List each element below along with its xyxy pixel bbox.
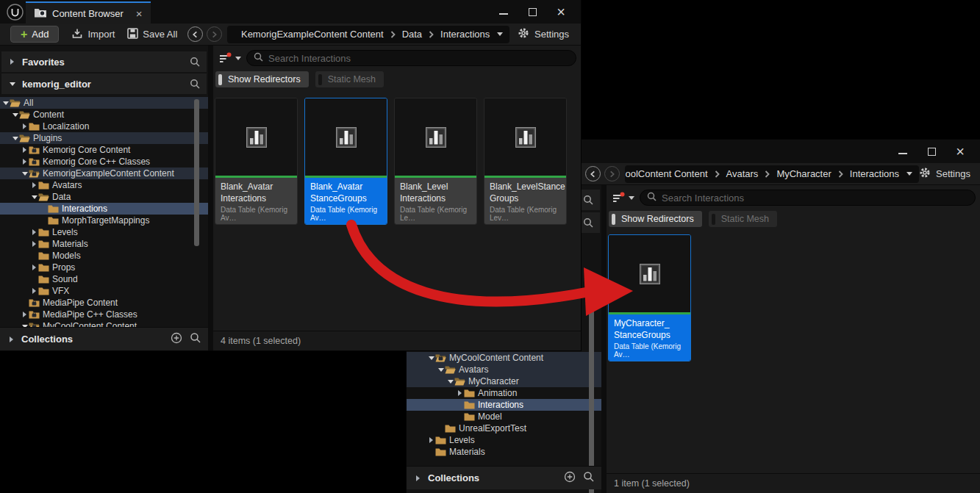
collapse-arrow-icon[interactable] <box>21 172 29 176</box>
search-box[interactable] <box>640 190 976 206</box>
import-button[interactable]: Import <box>71 28 115 41</box>
add-collection-icon[interactable] <box>171 332 182 347</box>
settings-button[interactable]: Settings <box>919 167 973 181</box>
expand-arrow-icon[interactable] <box>456 390 464 396</box>
close-icon[interactable]: × <box>550 2 572 21</box>
add-button[interactable]: + Add <box>10 26 59 43</box>
search-input[interactable] <box>268 53 569 64</box>
tab-close-icon[interactable]: × <box>136 8 143 19</box>
collapse-arrow-icon[interactable] <box>8 82 16 86</box>
tree-item-interactions[interactable]: Interactions <box>0 203 208 215</box>
search-icon[interactable] <box>583 217 593 228</box>
collapse-arrow-icon[interactable] <box>437 368 445 372</box>
expand-arrow-icon[interactable] <box>30 182 38 188</box>
collapse-arrow-icon[interactable] <box>11 113 19 117</box>
asset-tile-mycharacter-stancegroups[interactable]: MyCharacter_StanceGroupsData Table (Kemo… <box>608 234 691 361</box>
tree-item-all[interactable]: All <box>0 97 208 109</box>
collapse-arrow-icon[interactable] <box>427 356 435 360</box>
search-icon[interactable] <box>583 471 594 485</box>
filter-chip-show-redirectors[interactable]: Show Redirectors <box>215 71 309 87</box>
expand-arrow-icon[interactable] <box>21 159 29 165</box>
settings-button[interactable]: Settings <box>518 27 573 41</box>
tree-item-animation[interactable]: Animation <box>407 387 601 399</box>
breadcrumb-item-data[interactable]: Data <box>402 29 422 40</box>
tree-item-mycoolcontent-content[interactable]: MyCoolContent Content <box>0 320 208 327</box>
chip-toggle-pill[interactable] <box>318 74 322 85</box>
collapse-arrow-icon[interactable] <box>30 195 38 199</box>
chevron-down-icon[interactable] <box>497 32 503 36</box>
chip-toggle-pill[interactable] <box>612 214 615 225</box>
tree-item-localization[interactable]: Localization <box>0 120 208 132</box>
search-icon[interactable] <box>190 332 201 346</box>
breadcrumb-item-mycharacter[interactable]: MyCharacter <box>776 168 831 179</box>
chip-toggle-pill[interactable] <box>218 74 222 85</box>
asset-tile-blank-levelstancegroups[interactable]: Blank_LevelStanceGroupsData Table (Kemor… <box>484 98 567 225</box>
expand-arrow-icon[interactable] <box>30 288 38 294</box>
source-collection-header[interactable]: kemorig_editor <box>1 73 207 94</box>
tree-item-props[interactable]: Props <box>0 262 208 273</box>
expand-arrow-icon[interactable] <box>21 147 29 153</box>
expand-arrow-icon[interactable] <box>30 229 38 235</box>
forward-icon[interactable] <box>604 166 620 181</box>
maximize-icon[interactable] <box>920 142 943 161</box>
filter-chip-static-mesh[interactable]: Static Mesh <box>709 211 777 227</box>
tree-item-kemorig-core-c-classes[interactable]: Kemorig Core C++ Classes <box>0 156 208 168</box>
tree-item-levels[interactable]: Levels <box>407 434 601 446</box>
expand-arrow-icon[interactable] <box>21 123 29 129</box>
chip-toggle-pill[interactable] <box>712 214 715 225</box>
filter-chip-static-mesh[interactable]: Static Mesh <box>315 71 384 87</box>
breadcrumb[interactable]: MyCoolContent ContentAvatarsMyCharacterI… <box>625 165 919 183</box>
forward-icon[interactable] <box>207 26 222 42</box>
tree-item-mycoolcontent-content[interactable]: MyCoolContent Content <box>407 352 601 364</box>
tree-item-plugins[interactable]: Plugins <box>0 132 208 144</box>
tree-scrollbar[interactable] <box>194 99 199 246</box>
search-input[interactable] <box>662 192 968 204</box>
search-icon[interactable] <box>583 195 593 205</box>
filter-chip-show-redirectors[interactable]: Show Redirectors <box>609 211 702 227</box>
filter-button[interactable] <box>219 52 241 64</box>
tree-item-models[interactable]: Models <box>0 250 208 262</box>
asset-tile-blank-levelinteractions[interactable]: Blank_LevelInteractionsData Table (Kemor… <box>394 98 477 225</box>
tree-item-mycharacter[interactable]: MyCharacter <box>407 375 601 387</box>
expand-arrow-icon[interactable] <box>8 59 16 65</box>
maximize-icon[interactable] <box>521 2 543 21</box>
tree-item-levels[interactable]: Levels <box>0 226 208 238</box>
minimize-icon[interactable] <box>892 142 914 161</box>
asset-tile-blank-avatarinteractions[interactable]: Blank_AvatarInteractionsData Table (Kemo… <box>215 98 298 225</box>
save-all-button[interactable]: Save All <box>127 28 177 41</box>
minimize-icon[interactable] <box>493 2 515 21</box>
tree-item-interactions[interactable]: Interactions <box>407 399 601 411</box>
collapse-arrow-icon[interactable] <box>11 137 19 140</box>
collapse-arrow-icon[interactable] <box>1 101 10 105</box>
breadcrumb-item-interactions[interactable]: Interactions <box>440 29 490 40</box>
search-icon[interactable] <box>190 79 200 89</box>
add-collection-icon[interactable] <box>564 471 576 486</box>
expand-arrow-icon[interactable] <box>21 312 29 317</box>
chevron-down-icon[interactable] <box>906 172 912 176</box>
close-icon[interactable]: × <box>949 142 971 161</box>
tree-item-avatars[interactable]: Avatars <box>407 364 601 375</box>
tab-content-browser[interactable]: Content Browser × <box>26 1 151 24</box>
back-icon[interactable] <box>187 26 203 42</box>
collapse-arrow-icon[interactable] <box>446 380 454 384</box>
collections-bar[interactable]: Collections <box>407 466 601 489</box>
back-icon[interactable] <box>585 166 601 181</box>
breadcrumb-item-mycoolcontent-content[interactable]: MyCoolContent Content <box>625 168 708 179</box>
favorites-header[interactable]: Favorites <box>1 51 207 72</box>
breadcrumb-item-interactions[interactable]: Interactions <box>850 168 899 179</box>
breadcrumb-item-avatars[interactable]: Avatars <box>726 168 759 179</box>
tree-item-model[interactable]: Model <box>407 411 601 422</box>
tree-item-unrealexporttest[interactable]: UnrealExportTest <box>407 422 601 434</box>
tree-item-kemorigexamplecontent-content[interactable]: KemorigExampleContent Content <box>0 168 208 179</box>
tree-item-avatars[interactable]: Avatars <box>0 179 208 191</box>
panel-divider[interactable] <box>208 46 213 350</box>
breadcrumb-item-kemorigexamplecontent-content[interactable]: KemorigExampleContent Content <box>241 29 384 40</box>
expand-arrow-icon[interactable] <box>427 437 435 443</box>
tree-item-morphtargetmappings[interactable]: MorphTargetMappings <box>0 215 208 226</box>
tree-item-materials[interactable]: Materials <box>0 238 208 250</box>
tree-item-vfx[interactable]: VFX <box>0 285 208 297</box>
breadcrumb[interactable]: KemorigExampleContent ContentDataInterac… <box>227 26 509 43</box>
tree-item-content[interactable]: Content <box>0 109 208 120</box>
tree-scrollbar[interactable] <box>589 283 594 493</box>
tree-item-sound[interactable]: Sound <box>0 273 208 285</box>
